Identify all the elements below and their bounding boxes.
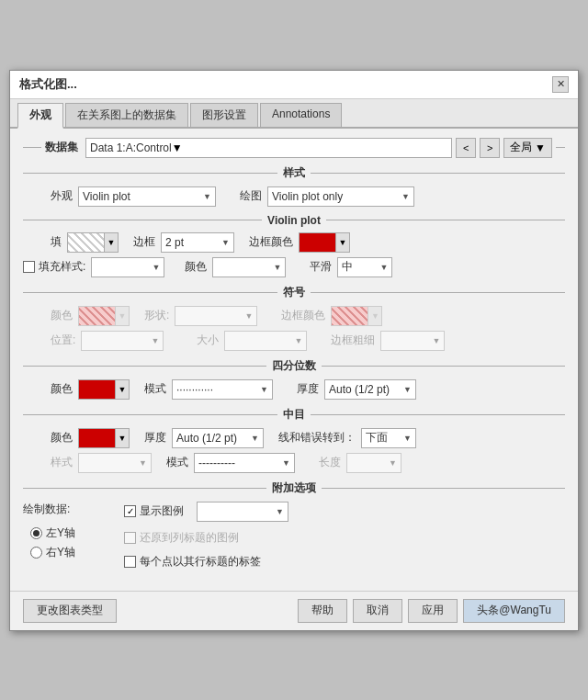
fill-label: 填	[51, 234, 62, 250]
border-label: 边框	[133, 234, 155, 250]
dataset-select[interactable]: Data 1:A:Control ▼	[85, 138, 452, 158]
median-style-label: 样式	[51, 455, 73, 470]
median-color-swatch	[79, 429, 116, 447]
left-y-radio-label[interactable]: 左Y轴	[30, 525, 115, 541]
legend-select[interactable]: ▼	[197, 502, 288, 522]
position-select: ▼	[81, 331, 164, 351]
prev-dataset-button[interactable]: <	[456, 138, 476, 158]
color-label: 颜色	[185, 259, 207, 275]
restore-legend-checkbox-label: 还原到列标题的图例	[124, 530, 239, 546]
fill-style-select[interactable]: ▼	[91, 257, 164, 277]
per-point-row: 每个点以其行标题的标签	[124, 554, 565, 570]
style-header: 样式	[23, 165, 565, 181]
symbol-line-right	[311, 292, 565, 293]
right-y-radio[interactable]	[30, 547, 42, 559]
extra-line-left	[23, 488, 266, 489]
median-length-select: ▼	[346, 453, 401, 473]
fill-color-swatch	[68, 233, 105, 252]
style-line-left	[23, 173, 277, 174]
next-dataset-button[interactable]: >	[480, 138, 500, 158]
size-label: 大小	[197, 333, 219, 348]
extra-right: ✓ 显示图例 ▼ 还原到列标题的图例	[124, 502, 565, 574]
fill-style-checkbox[interactable]	[23, 261, 35, 273]
close-button[interactable]: ✕	[552, 76, 569, 93]
median-thickness-label: 厚度	[144, 430, 166, 446]
median-header: 中目	[23, 407, 565, 423]
error-label: 线和错误转到：	[278, 430, 356, 446]
left-y-radio[interactable]	[30, 527, 42, 539]
median-thickness-select[interactable]: Auto (1/2 pt) ▼	[172, 428, 264, 448]
quartile-thickness-select[interactable]: Auto (1/2 pt) ▼	[324, 379, 416, 400]
tab-annotations[interactable]: Annotations	[260, 103, 342, 127]
dataset-row: 数据集 Data 1:A:Control ▼ < > 全局 ▼	[23, 138, 565, 158]
global-arrow-icon: ▼	[535, 141, 546, 154]
violin-row2: 填充样式: ▼ 颜色 ▼ 平滑 中 ▼	[23, 257, 565, 277]
per-point-checkbox-label[interactable]: 每个点以其行标题的标签	[124, 554, 261, 570]
cancel-button[interactable]: 取消	[353, 599, 402, 623]
median-style-arrow-icon: ▼	[135, 458, 147, 468]
median-color-picker[interactable]: ▼	[78, 428, 130, 448]
symbol-color-label: 颜色	[51, 308, 73, 323]
show-legend-checkbox-label[interactable]: ✓ 显示图例	[124, 503, 184, 519]
style-line-right	[311, 173, 565, 174]
quartile-thickness-arrow-icon: ▼	[400, 385, 412, 394]
symbol-row1: 颜色 ▼ 形状: ▼ 边框颜色 ▼	[23, 306, 565, 326]
change-chart-button[interactable]: 更改图表类型	[23, 599, 117, 623]
median-title: 中目	[277, 407, 311, 423]
position-label: 位置:	[51, 333, 75, 348]
per-point-checkbox[interactable]	[124, 556, 136, 568]
symbol-section: 符号 颜色 ▼ 形状: ▼ 边框颜色 ▼	[23, 285, 565, 351]
quartile-title: 四分位数	[266, 358, 322, 374]
violin-line-left	[23, 220, 262, 220]
color-select[interactable]: ▼	[212, 257, 286, 277]
symbol-color-picker: ▼	[78, 306, 130, 326]
symbol-title: 符号	[277, 285, 311, 300]
fill-color-arrow-icon: ▼	[105, 238, 118, 247]
per-point-label: 每个点以其行标题的标签	[140, 554, 261, 570]
median-row2: 样式 ▼ 模式 ---------- ▼ 长度 ▼	[23, 453, 565, 473]
median-mode-select[interactable]: ---------- ▼	[194, 453, 295, 473]
extra-left: 绘制数据: 左Y轴 右Y轴	[23, 502, 115, 574]
appearance-select[interactable]: Violin plot ▼	[78, 186, 216, 207]
draw-arrow-icon: ▼	[398, 192, 410, 201]
border-color-swatch	[300, 233, 336, 252]
right-y-label: 右Y轴	[46, 545, 75, 560]
tabs-bar: 外观 在关系图上的数据集 图形设置 Annotations	[10, 99, 578, 129]
extra-content: 绘制数据: 左Y轴 右Y轴	[23, 502, 565, 574]
help-button[interactable]: 帮助	[298, 599, 347, 623]
border-color-label: 边框颜色	[249, 234, 293, 250]
extra-line-right	[322, 488, 565, 489]
show-legend-row: ✓ 显示图例 ▼	[124, 502, 565, 522]
smooth-select[interactable]: 中 ▼	[337, 257, 392, 277]
dataset-label: 数据集	[45, 140, 78, 155]
fill-style-checkbox-label[interactable]: 填充样式:	[23, 259, 85, 275]
border-color-picker[interactable]: ▼	[299, 232, 350, 253]
footer-left: 更改图表类型	[23, 599, 117, 623]
global-button[interactable]: 全局 ▼	[503, 138, 552, 158]
extra-header: 附加选项	[23, 480, 565, 496]
quartile-color-label: 颜色	[51, 381, 73, 397]
ok-button[interactable]: 头条@WangTu	[463, 599, 565, 623]
shape-label: 形状:	[144, 308, 169, 323]
symbol-line-left	[23, 292, 277, 293]
tab-dataset[interactable]: 在关系图上的数据集	[65, 103, 188, 127]
quartile-color-picker[interactable]: ▼	[78, 379, 130, 400]
tab-appearance[interactable]: 外观	[17, 103, 63, 129]
apply-button[interactable]: 应用	[408, 599, 458, 623]
error-select[interactable]: 下面 ▼	[361, 428, 416, 448]
show-legend-checkbox[interactable]: ✓	[124, 505, 136, 517]
show-legend-label: 显示图例	[140, 503, 184, 519]
tab-graph-settings[interactable]: 图形设置	[190, 103, 258, 127]
border-select[interactable]: 2 pt ▼	[161, 232, 234, 253]
draw-select[interactable]: Violin plot only ▼	[267, 186, 414, 207]
size-arrow-icon: ▼	[290, 336, 302, 345]
violin-line-right	[326, 220, 565, 220]
quartile-thickness-label: 厚度	[297, 381, 319, 397]
fill-color-picker[interactable]: ▼	[67, 232, 119, 253]
size-select: ▼	[224, 331, 307, 351]
quartile-mode-select[interactable]: ············ ▼	[172, 379, 273, 400]
right-y-radio-label[interactable]: 右Y轴	[30, 545, 115, 560]
fill-style-label: 填充样式:	[39, 259, 85, 275]
border-width-select: ▼	[380, 331, 445, 351]
shape-arrow-icon: ▼	[241, 311, 253, 321]
